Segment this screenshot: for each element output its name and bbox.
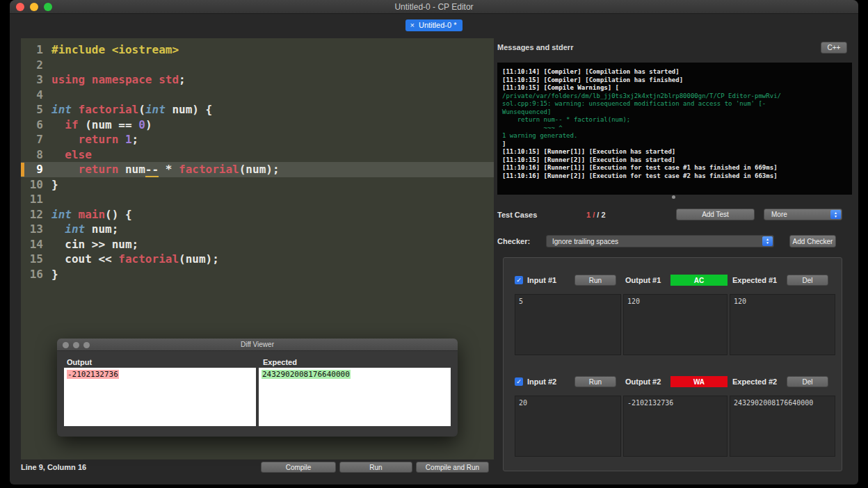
tab-label: Untitled-0 *: [419, 21, 456, 29]
code-line[interactable]: 13 int num;: [21, 222, 494, 237]
output-textarea[interactable]: 120: [623, 294, 728, 355]
log-line: [11:10:15] [Compile Warnings] [: [502, 84, 847, 92]
verdict-badge: AC: [670, 275, 728, 286]
checkbox-checked[interactable]: ✓: [515, 377, 523, 386]
test-case: ✓Input #1RunOutput #1ACExpected #1Del512…: [504, 275, 842, 372]
output-label: Output #1: [625, 275, 661, 286]
code-line[interactable]: 2: [21, 58, 494, 73]
code-text: using namespace std;: [51, 73, 186, 86]
expected-textarea[interactable]: 2432902008176640000: [730, 396, 835, 457]
delete-test-button[interactable]: Del: [787, 275, 828, 286]
tab-untitled-0[interactable]: × Untitled-0 *: [405, 19, 463, 31]
chevron-updown-icon: ▲▼: [830, 210, 841, 219]
line-number: 12: [21, 207, 51, 222]
code-text: }: [51, 178, 58, 191]
code-line[interactable]: 4: [21, 88, 494, 103]
tab-close-icon[interactable]: ×: [410, 21, 415, 29]
line-number: 15: [21, 252, 51, 267]
test-case-header: ✓Input #2RunOutput #2WAExpected #2Del: [504, 376, 842, 388]
expected-textarea[interactable]: 120: [730, 294, 835, 355]
zoom-window-button[interactable]: [83, 342, 90, 348]
test-summary-part: / 2: [597, 211, 605, 219]
code-line[interactable]: 10}: [21, 177, 494, 193]
line-number: 13: [21, 222, 51, 237]
output-textarea[interactable]: -2102132736: [623, 396, 728, 457]
more-dropdown[interactable]: More ▲▼: [764, 209, 842, 220]
log-line: Wunsequenced]: [502, 108, 847, 117]
checker-label: Checker:: [497, 237, 530, 245]
checkbox-checked[interactable]: ✓: [515, 276, 523, 284]
messages-and-stderr-title: Messages and stderr: [497, 43, 573, 51]
input-textarea[interactable]: 20: [515, 396, 621, 457]
code-line[interactable]: 9 return num-- * factorial(num);: [21, 162, 494, 177]
log-line: ~~~ ^: [502, 124, 847, 133]
code-line[interactable]: 7 return 1;: [21, 132, 494, 147]
chevron-down-icon: ▼: [766, 241, 769, 245]
add-test-button[interactable]: Add Test: [676, 209, 755, 220]
test-cases-title: Test Cases: [497, 211, 537, 219]
close-window-button[interactable]: [63, 342, 69, 348]
diff-window-controls: [63, 342, 90, 348]
minimize-window-button[interactable]: [73, 342, 79, 348]
line-number: 7: [21, 132, 51, 147]
more-dropdown-label: More: [771, 211, 787, 218]
cp-editor-window: Untitled-0 - CP Editor × Untitled-0 * 1#…: [10, 0, 858, 485]
diff-output-label: Output: [67, 358, 92, 366]
add-checker-button[interactable]: Add Checker: [789, 235, 836, 247]
compiler-output-console[interactable]: [11:10:14] [Compiler] [Compilation has s…: [497, 63, 852, 195]
line-number: 6: [21, 117, 51, 133]
code-line[interactable]: 16}: [21, 267, 494, 282]
zoom-window-button[interactable]: [44, 3, 52, 11]
run-button[interactable]: Run: [339, 462, 412, 473]
input-textarea[interactable]: 5: [515, 294, 621, 355]
line-number: 16: [21, 267, 51, 282]
output-label: Output #2: [625, 376, 661, 388]
code-text: if (num == 0): [51, 118, 152, 131]
code-line[interactable]: 8 else: [21, 147, 494, 163]
log-line: return num-- * factorial(num);: [502, 116, 847, 124]
tab-bar: × Untitled-0 *: [10, 15, 858, 35]
line-number: 9: [21, 162, 51, 177]
diff-expected-pane: 2432902008176640000: [259, 368, 451, 426]
code-text: return num-- * factorial(num);: [51, 163, 280, 177]
line-number: 5: [21, 102, 51, 117]
log-line: [11:10:14] [Compiler] [Compilation has s…: [502, 68, 847, 76]
compile-and-run-button[interactable]: Compile and Run: [416, 462, 489, 473]
run-test-button[interactable]: Run: [574, 275, 616, 286]
chevron-updown-icon: ▲▼: [762, 236, 773, 246]
code-line[interactable]: 12int main() {: [21, 207, 494, 222]
minimize-window-button[interactable]: [30, 3, 38, 11]
code-line[interactable]: 5int factorial(int num) {: [21, 102, 494, 117]
compile-button[interactable]: Compile: [261, 462, 336, 473]
language-button[interactable]: C++: [821, 42, 847, 54]
code-line[interactable]: 15 cout << factorial(num);: [21, 252, 494, 267]
code-line[interactable]: 1#include <iostream>: [21, 42, 494, 58]
close-window-button[interactable]: [16, 3, 24, 11]
code-line[interactable]: 3using namespace std;: [21, 72, 494, 88]
line-number: 3: [21, 72, 51, 88]
code-text: int num;: [51, 222, 118, 236]
delete-test-button[interactable]: Del: [787, 376, 828, 387]
code-line[interactable]: 14 cin >> num;: [21, 237, 494, 252]
code-text: cin >> num;: [51, 238, 138, 251]
checker-dropdown-value: Ignore trailing spaces: [552, 238, 618, 245]
code-line[interactable]: 11: [21, 192, 494, 207]
code-line[interactable]: 6 if (num == 0): [21, 117, 494, 133]
log-line: [11:10:16] [Runner[2]] [Execution for te…: [502, 172, 847, 181]
run-test-button[interactable]: Run: [574, 376, 616, 387]
expected-label: Expected #1: [732, 275, 777, 286]
titlebar[interactable]: Untitled-0 - CP Editor: [10, 0, 858, 14]
diff-viewer-titlebar[interactable]: Diff Viewer: [57, 339, 458, 351]
log-line: sol.cpp:9:15: warning: unsequenced modif…: [502, 100, 847, 108]
code-text: }: [51, 268, 58, 281]
splitter-handle-icon[interactable]: [672, 195, 675, 199]
diff-viewer-title: Diff Viewer: [241, 341, 274, 348]
diff-expected-label: Expected: [263, 358, 297, 366]
code-lines: 1#include <iostream>23using namespace st…: [21, 42, 494, 282]
line-number: 8: [21, 147, 51, 163]
window-controls: [16, 3, 52, 11]
line-number: 4: [21, 88, 51, 103]
expected-label: Expected #2: [732, 376, 777, 388]
test-summary-part: 1 /: [586, 211, 597, 219]
checker-dropdown[interactable]: Ignore trailing spaces ▲▼: [546, 235, 774, 247]
